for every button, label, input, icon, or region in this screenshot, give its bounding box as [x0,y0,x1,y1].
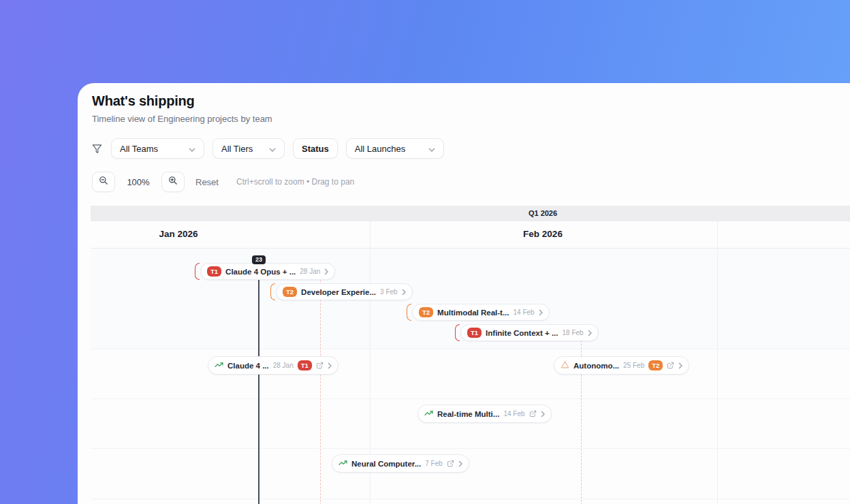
magnifier-minus-icon [99,176,108,188]
tier-badge: T1 [298,360,312,371]
project-name: Multimodal Real-t... [437,309,509,317]
chevron-right-icon [324,268,328,275]
quarter-label: Q1 2026 [529,209,557,217]
row-separator [91,448,850,449]
project-date: 14 Feb [514,309,535,316]
filter-icon [92,144,102,154]
launch-date: 28 Jan [273,362,294,369]
project-date: 18 Feb [562,329,583,336]
launch-pill-autonomous[interactable]: Autonomo... 25 Feb T2 [554,356,689,375]
page-title: What's shipping [92,93,195,109]
row-separator [91,499,850,499]
project-bar-infinite-context[interactable]: T1 Infinite Context + ... 18 Feb [455,324,599,341]
launch-name: Neural Computer... [351,460,421,468]
month-label-jan: Jan 2026 [159,229,198,239]
project-date: 28 Jan [300,268,320,275]
launch-name: Claude 4 ... [227,362,269,370]
zoom-in-button[interactable] [161,172,185,192]
whats-shipping-panel: What's shipping Timeline view of Enginee… [78,83,850,504]
launch-connector-line [320,279,321,504]
row-separator [91,398,850,399]
launch-name: Autonomo... [573,362,619,370]
month-header-row: Jan 2026 Feb 2026 [91,221,850,249]
filter-bar: All Teams All Tiers Status All Launches [92,138,444,159]
chevron-right-icon [678,362,682,369]
launch-date: 25 Feb [623,362,644,369]
external-link-icon [316,360,324,372]
teams-filter-value: All Teams [120,144,158,154]
launch-date: 14 Feb [503,410,524,418]
status-filter-label: Status [302,144,329,154]
chevron-down-icon [189,144,195,154]
external-link-icon [667,360,674,372]
project-bar-claude-4-opus[interactable]: T1 Claude 4 Opus + ... 28 Jan [195,263,335,280]
chevron-right-icon [458,460,462,467]
chevron-down-icon [428,144,435,154]
tier-badge: T2 [419,307,433,317]
project-start-bracket [455,324,460,341]
external-link-icon [447,458,454,470]
row-separator [91,349,850,349]
tier-badge: T1 [207,266,221,277]
tier-badge: T2 [283,287,297,297]
project-start-bracket [407,304,411,321]
project-start-bracket [270,283,275,300]
month-gridline [717,221,718,504]
chevron-right-icon [588,330,592,336]
launch-pill-realtime-multi[interactable]: Real-time Multi... 14 Feb [418,405,552,423]
month-label-feb: Feb 2026 [523,229,563,239]
trending-up-icon [215,360,223,372]
chevron-down-icon [269,144,276,154]
trending-up-icon [424,408,433,420]
zoom-out-button[interactable] [92,172,115,192]
magnifier-plus-icon [168,176,178,188]
reset-zoom-button[interactable]: Reset [195,177,219,187]
chevron-right-icon [328,362,332,369]
today-marker-badge: 23 [252,255,266,264]
zoom-toolbar: 100% Reset Ctrl+scroll to zoom • Drag to… [92,172,354,192]
launches-filter-value: All Launches [355,144,405,154]
project-name: Developer Experie... [301,288,376,296]
chevron-right-icon [402,289,406,296]
project-start-bracket [195,263,200,280]
external-link-icon [529,408,537,420]
quarter-band: Q1 2026 [91,206,850,221]
status-filter-button[interactable]: Status [293,138,338,159]
tier-badge: T2 [648,360,663,371]
trending-up-icon [339,458,347,470]
warning-triangle-icon [561,360,569,372]
tier-badge: T1 [467,328,482,338]
page-subtitle: Timeline view of Engineering projects by… [92,114,272,124]
launches-filter-dropdown[interactable]: All Launches [346,138,444,159]
chevron-right-icon [539,309,543,316]
project-name: Infinite Context + ... [486,329,558,337]
project-bar-multimodal-realtime[interactable]: T2 Multimodal Real-t... 14 Feb [407,304,550,321]
launch-name: Real-time Multi... [437,410,499,418]
zoom-hint-text: Ctrl+scroll to zoom • Drag to pan [236,177,354,187]
tiers-filter-dropdown[interactable]: All Tiers [212,138,285,159]
teams-filter-dropdown[interactable]: All Teams [111,138,204,159]
timeline-chart[interactable]: Q1 2026 Jan 2026 Feb 2026 23 T1 Claude 4… [91,206,850,504]
project-date: 3 Feb [380,288,398,296]
project-name: Claude 4 Opus + ... [225,268,296,276]
project-bar-developer-experience[interactable]: T2 Developer Experie... 3 Feb [270,283,413,300]
today-marker-line [258,259,259,504]
launch-pill-neural-computer[interactable]: Neural Computer... 7 Feb [332,454,469,473]
tiers-filter-value: All Tiers [221,144,253,154]
launch-pill-claude-4[interactable]: Claude 4 ... 28 Jan T1 [208,356,339,375]
zoom-level-value: 100% [126,177,151,187]
launch-date: 7 Feb [425,460,443,467]
chevron-right-icon [541,411,545,418]
